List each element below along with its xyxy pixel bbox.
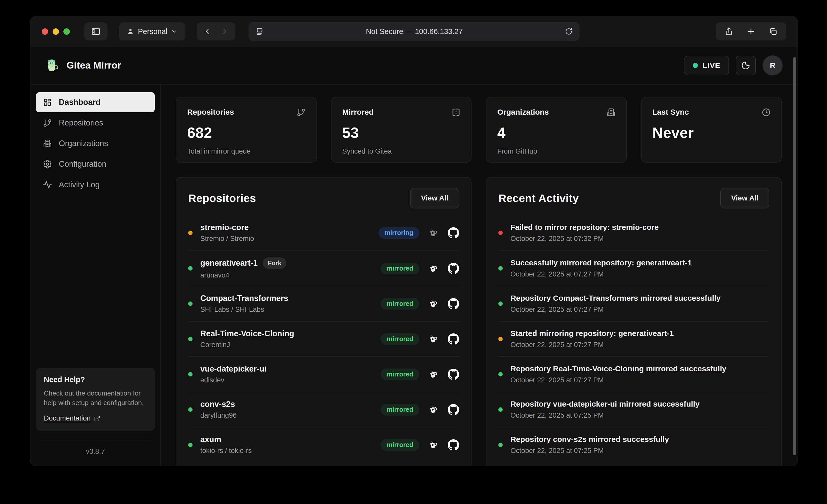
activity-row[interactable]: Repository vue-datepicker-ui mirrored su…: [498, 392, 769, 427]
mirror-icon: [451, 108, 461, 117]
stat-card: Organizations 4 From GitHub: [486, 97, 627, 163]
sidebar-nav: Dashboard Repositories Organizations: [36, 92, 155, 195]
repo-owner: darylfung96: [200, 411, 237, 419]
activity-text: Repository Compact-Transformers mirrored…: [510, 294, 721, 303]
github-icon[interactable]: [448, 227, 459, 239]
repository-row[interactable]: stremio-core Stremio / Stremio mirroring: [188, 215, 459, 250]
repo-status-dot: [188, 266, 193, 270]
page-format-icon[interactable]: [255, 27, 264, 36]
gitea-cup-icon[interactable]: [428, 334, 439, 345]
stat-label: Last Sync: [652, 108, 771, 116]
profile-menu-button[interactable]: Personal: [119, 22, 185, 41]
reload-icon[interactable]: [565, 27, 573, 36]
sidebar-item[interactable]: Organizations: [36, 134, 155, 154]
close-window-button[interactable]: [42, 28, 48, 35]
repository-row[interactable]: Compact-Transformers SHI-Labs / SHI-Labs…: [188, 286, 459, 321]
repo-status-dot: [188, 407, 193, 412]
browser-window: Personal Not Secure — 100.66.133.27: [31, 16, 797, 466]
share-icon[interactable]: [724, 27, 733, 36]
stat-subtext: From GitHub: [497, 147, 615, 155]
stat-label: Mirrored: [342, 108, 460, 116]
activity-panel-title: Recent Activity: [498, 192, 579, 205]
repository-row[interactable]: axum tokio-rs / tokio-rs mirrored: [188, 427, 459, 462]
gitea-cup-icon[interactable]: [428, 263, 439, 274]
url-bar[interactable]: Not Secure — 100.66.133.27: [248, 22, 580, 41]
repository-row[interactable]: Real-Time-Voice-Cloning CorentinJ mirror…: [188, 321, 459, 356]
theme-toggle-button[interactable]: [736, 56, 756, 75]
live-status-badge[interactable]: LIVE: [684, 56, 729, 75]
sidebar-item-label: Organizations: [59, 139, 108, 148]
recent-activity-panel: Recent Activity View All Failed to mirro…: [486, 177, 782, 466]
repository-row[interactable]: generativeart-1 Fork arunavo4 mirrored: [188, 250, 459, 286]
stat-card: Mirrored 53 Synced to Gitea: [331, 97, 472, 163]
github-icon[interactable]: [448, 263, 459, 274]
building-icon: [43, 139, 52, 148]
activity-text: Failed to mirror repository: stremio-cor…: [510, 223, 659, 232]
activity-row[interactable]: Repository Compact-Transformers mirrored…: [498, 286, 769, 321]
repository-row[interactable]: conv-s2s darylfung96 mirrored: [188, 392, 459, 427]
activity-timestamp: October 22, 2025 at 07:27 PM: [510, 306, 721, 314]
repo-status-dot: [188, 443, 193, 447]
gitea-cup-icon[interactable]: [428, 404, 439, 415]
repo-owner: CorentinJ: [200, 341, 294, 349]
repo-owner: tokio-rs / tokio-rs: [200, 447, 252, 455]
profile-label: Personal: [138, 27, 167, 36]
sidebar-item[interactable]: Repositories: [36, 113, 155, 133]
scrollbar-thumb[interactable]: [793, 57, 796, 455]
help-card: Need Help? Check out the documentation f…: [36, 368, 155, 431]
repository-row[interactable]: vue-datepicker-ui edisdev mirrored: [188, 356, 459, 392]
forward-button[interactable]: [216, 22, 233, 41]
gitea-cup-icon[interactable]: [428, 228, 439, 238]
repo-owner: arunavo4: [200, 271, 286, 279]
activity-row[interactable]: Repository conv-s2s mirrored successfull…: [498, 427, 769, 462]
sidebar-item[interactable]: Configuration: [36, 154, 155, 174]
toolbar-right-cluster: [716, 22, 786, 41]
stat-subtext: Total in mirror queue: [187, 147, 305, 155]
help-title: Need Help?: [44, 375, 147, 384]
chevron-down-icon: [171, 28, 178, 35]
gitea-cup-icon[interactable]: [428, 298, 439, 309]
chevron-left-icon: [204, 28, 211, 35]
sidebar-item-label: Dashboard: [59, 98, 101, 107]
activity-row[interactable]: Started mirroring repository: generative…: [498, 321, 769, 356]
new-tab-icon[interactable]: [746, 27, 755, 36]
activity-row[interactable]: Successfully mirrored repository: genera…: [498, 250, 769, 286]
live-label: LIVE: [702, 61, 720, 70]
github-icon[interactable]: [448, 404, 459, 415]
user-avatar[interactable]: R: [763, 55, 783, 75]
tab-overview-icon[interactable]: [769, 27, 778, 36]
activity-row[interactable]: Failed to mirror repository: stremio-cor…: [498, 215, 769, 250]
gitea-cup-icon[interactable]: [428, 440, 439, 450]
repo-owner: SHI-Labs / SHI-Labs: [200, 306, 288, 314]
repositories-panel-title: Repositories: [188, 192, 256, 205]
repo-status-dot: [188, 337, 193, 341]
fork-badge: Fork: [263, 257, 286, 269]
activity-text: Repository conv-s2s mirrored successfull…: [510, 435, 669, 444]
minimize-window-button[interactable]: [53, 28, 59, 35]
repositories-view-all-button[interactable]: View All: [410, 188, 459, 208]
zoom-window-button[interactable]: [63, 28, 70, 35]
documentation-link[interactable]: Documentation: [44, 414, 101, 422]
stat-card: Last Sync Never: [641, 97, 782, 163]
activity-status-dot: [498, 266, 503, 270]
activity-timestamp: October 22, 2025 at 07:25 PM: [510, 411, 700, 419]
gitea-cup-icon[interactable]: [428, 369, 439, 380]
repo-owner: edisdev: [200, 376, 266, 384]
github-icon[interactable]: [448, 439, 459, 451]
browser-toolbar: Personal Not Secure — 100.66.133.27: [31, 16, 797, 47]
app-header: Gitea Mirror LIVE R: [31, 47, 797, 85]
sidebar-item[interactable]: Activity Log: [36, 175, 155, 195]
sidebar-item[interactable]: Dashboard: [36, 92, 155, 112]
github-icon[interactable]: [448, 369, 459, 380]
sidebar-toggle-button[interactable]: [84, 22, 107, 41]
repo-status-dot: [188, 372, 193, 376]
sidebar-item-label: Configuration: [59, 159, 106, 169]
back-button[interactable]: [199, 22, 216, 41]
app-version: v3.8.7: [36, 440, 155, 458]
activity-view-all-button[interactable]: View All: [720, 188, 769, 208]
github-icon[interactable]: [448, 334, 459, 345]
activity-status-dot: [498, 301, 503, 306]
activity-text: Repository vue-datepicker-ui mirrored su…: [510, 400, 700, 408]
activity-row[interactable]: Repository Real-Time-Voice-Cloning mirro…: [498, 356, 769, 392]
github-icon[interactable]: [448, 298, 459, 309]
